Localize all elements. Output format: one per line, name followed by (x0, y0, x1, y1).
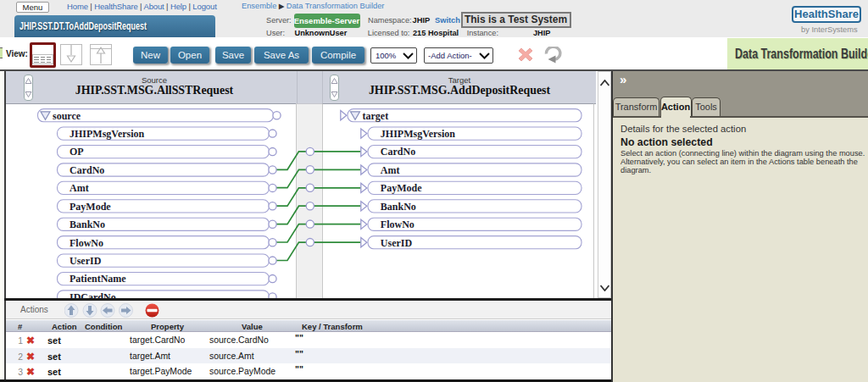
svg-text:Amt: Amt (381, 164, 400, 176)
svg-text:Data Transformation Builder: Data Transformation Builder (735, 47, 868, 61)
svg-text:Amt: Amt (70, 182, 89, 194)
svg-text:JHIPMsgVersion: JHIPMsgVersion (70, 128, 145, 140)
svg-text:target: target (363, 110, 389, 122)
svg-text:BankNo: BankNo (381, 201, 416, 213)
svg-text:JHIP.SST.DT.ToAddDepositReques: JHIP.SST.DT.ToAddDepositRequest (19, 20, 147, 32)
svg-text:CardNo: CardNo (70, 164, 104, 176)
svg-text:UserID: UserID (70, 255, 102, 267)
svg-text:OP: OP (70, 146, 84, 158)
svg-text:UserID: UserID (381, 237, 413, 249)
svg-text:PayMode: PayMode (381, 182, 422, 194)
svg-text:JHIPMsgVersion: JHIPMsgVersion (381, 128, 456, 140)
svg-text:FlowNo: FlowNo (381, 219, 415, 230)
svg-text:FlowNo: FlowNo (70, 237, 103, 249)
svg-text:source: source (53, 110, 81, 122)
svg-text:CardNo: CardNo (381, 146, 415, 158)
svg-text:PayMode: PayMode (70, 201, 111, 213)
svg-text:PatientName: PatientName (70, 273, 126, 285)
svg-text:BankNo: BankNo (70, 219, 105, 230)
